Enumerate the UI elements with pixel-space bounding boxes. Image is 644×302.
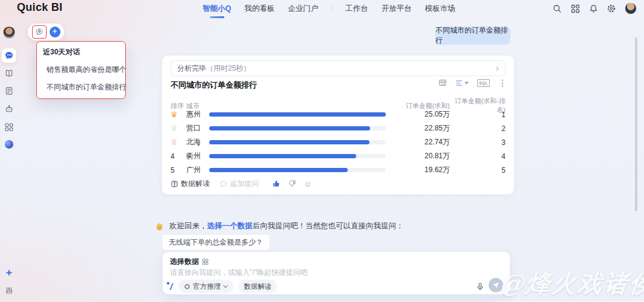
microphone-icon[interactable] — [476, 282, 484, 291]
interpret-mode-pill[interactable]: 数据解读 — [238, 280, 277, 293]
history-popup-title: 近30天对话 — [43, 47, 119, 57]
sidebar-avatar[interactable] — [2, 26, 16, 39]
crown-silver-icon: ♕ — [171, 124, 178, 133]
data-interpret-button[interactable]: 数据解读 — [171, 179, 210, 189]
history-item-label: 销售额最高的省份是哪个 — [47, 65, 126, 75]
sidebar-item-apps-icon[interactable] — [5, 123, 14, 132]
table-row[interactable]: 4 衢州 20.81万 4 — [171, 149, 506, 163]
welcome-message: 欢迎回来，选择一个数据后向我提问吧！当然您也可以直接向我提问： — [155, 221, 404, 231]
search-icon[interactable] — [552, 4, 562, 13]
model-label: 官方推理 — [193, 282, 221, 291]
city-label: 北海 — [186, 137, 209, 147]
table-row[interactable]: ♕ 营口 22.85万 2 — [171, 121, 506, 135]
dataset-grid-icon — [202, 259, 209, 265]
table-row[interactable]: ♕ 北海 22.74万 3 — [171, 135, 506, 149]
nav-enterprise-portal[interactable]: 企业门户 — [288, 4, 318, 14]
history-item-label: 不同城市的订单金额排行 — [47, 82, 126, 92]
sql-view-icon[interactable]: SQL — [477, 79, 490, 87]
city-label: 营口 — [186, 123, 209, 133]
chart-rows: ♛ 惠州 25.05万 1 ♕ 营口 22.85万 2 ♕ 北海 22.74万 … — [171, 108, 506, 175]
amount-value: 25.05万 — [394, 109, 450, 120]
city-label: 惠州 — [186, 109, 209, 120]
avatar-image — [2, 26, 16, 39]
city-label: 衢州 — [186, 151, 209, 161]
table-row[interactable]: 5 广州 19.62万 5 — [171, 163, 506, 175]
quickbi-logo: Quick BI — [17, 1, 62, 14]
apps-grid-icon[interactable] — [570, 4, 580, 13]
select-data-link[interactable]: 选择一个数据 — [207, 222, 253, 230]
select-data-button[interactable]: 选择数据 — [170, 257, 209, 267]
send-button[interactable] — [489, 278, 503, 292]
left-sidebar — [0, 17, 18, 302]
follow-up-label: 追加提问 — [230, 179, 259, 189]
amount-value: 22.74万 — [394, 137, 450, 147]
sidebar-item-data-sphere-icon[interactable] — [5, 140, 13, 149]
sidebar-item-robot-icon[interactable] — [5, 104, 14, 114]
main-nav: 智能小Q 我的看板 企业门户 工作台 开放平台 模板市场 — [203, 0, 455, 17]
nav-template-market[interactable]: 模板市场 — [425, 4, 455, 14]
table-row[interactable]: ♛ 惠州 25.05万 1 — [171, 108, 506, 121]
sidebar-item-dashboard-icon[interactable] — [5, 69, 14, 78]
crown-gold-icon: ♛ — [171, 110, 178, 119]
interpret-mode-label: 数据解读 — [244, 282, 272, 291]
emoji-feedback-icon[interactable]: ☺ — [304, 180, 311, 188]
analysis-time-text: （用时25秒） — [206, 63, 250, 74]
chart-title: 不同城市的订单金额排行 — [171, 80, 257, 91]
user-avatar[interactable] — [625, 2, 637, 14]
chart-toolbar: SQL ⋮ — [438, 79, 507, 87]
amount-value: 22.85万 — [394, 123, 450, 133]
crown-bronze-icon: ♕ — [171, 138, 178, 147]
value-bar — [209, 154, 356, 158]
value-bar — [209, 126, 370, 130]
thumbs-down-icon[interactable] — [288, 179, 296, 188]
slash-shortcut-icon[interactable]: / — [170, 281, 174, 292]
analysis-status-bar[interactable]: 分析完毕 （用时25秒） › — [171, 60, 506, 76]
rank-value: 5 — [450, 166, 506, 175]
data-interpret-label: 数据解读 — [181, 179, 210, 189]
value-bar — [209, 140, 369, 144]
value-bar — [209, 168, 348, 172]
rank-value: 2 — [450, 124, 506, 133]
nav-smart-q[interactable]: 智能小Q — [203, 4, 231, 14]
sidebar-item-ai-chat[interactable] — [2, 48, 16, 63]
sidebar-item-report-icon[interactable] — [5, 86, 14, 95]
bar-track — [209, 112, 386, 117]
new-conversation-button[interactable]: + — [50, 27, 60, 37]
rank-value: 3 — [450, 138, 506, 147]
prompt-input[interactable] — [170, 268, 430, 277]
card-footer: 数据解读 追加提问 ☺ — [171, 177, 506, 190]
nav-open-platform[interactable]: 开放平台 — [382, 4, 412, 14]
conversation-toolbar: + — [28, 24, 64, 40]
prompt-composer: 选择数据 / 官方推理 数据解读 — [162, 251, 510, 295]
user-message-bubble: 不同城市的订单金额排行 — [435, 27, 510, 45]
history-item[interactable]: 不同城市的订单金额排行 — [43, 82, 119, 92]
rank-value: 4 — [450, 152, 506, 161]
model-select-pill[interactable]: 官方推理 — [178, 280, 233, 293]
sort-number: 4 — [171, 152, 186, 161]
analysis-status-text: 分析完毕 — [177, 63, 206, 74]
sphere-icon — [5, 140, 13, 149]
conversation-history-button[interactable] — [32, 25, 47, 39]
nav-workspace[interactable]: 工作台 — [345, 4, 368, 14]
table-view-icon[interactable] — [438, 79, 447, 87]
thumbs-up-icon[interactable] — [272, 179, 281, 188]
vertical-scrollbar[interactable] — [635, 37, 637, 211]
bar-track — [209, 140, 386, 144]
nav-my-dashboards[interactable]: 我的看板 — [244, 4, 275, 14]
history-item[interactable]: 销售额最高的省份是哪个 — [43, 65, 119, 75]
amount-value: 19.62万 — [394, 165, 450, 175]
select-data-label: 选择数据 — [170, 257, 199, 267]
bar-track — [209, 126, 386, 130]
follow-up-button[interactable]: 追加提问 — [220, 179, 259, 189]
amount-value: 20.81万 — [394, 151, 450, 161]
sort-number: 5 — [171, 166, 186, 175]
more-menu-icon[interactable]: ⋮ — [498, 79, 507, 87]
settings-gear-icon[interactable] — [607, 4, 616, 13]
waving-hand-icon — [155, 222, 164, 231]
suggested-question-chip[interactable]: 无线端下单的总金额是多少？ — [162, 234, 270, 251]
top-bar: Quick BI 智能小Q 我的看板 企业门户 工作台 开放平台 模板市场 — [0, 0, 644, 17]
sidebar-ai-sparkle-icon[interactable] — [5, 268, 14, 277]
sidebar-filter-sliders-icon[interactable] — [5, 286, 13, 295]
chart-switch-icon[interactable] — [455, 79, 469, 87]
notification-bell-icon[interactable] — [588, 4, 598, 13]
